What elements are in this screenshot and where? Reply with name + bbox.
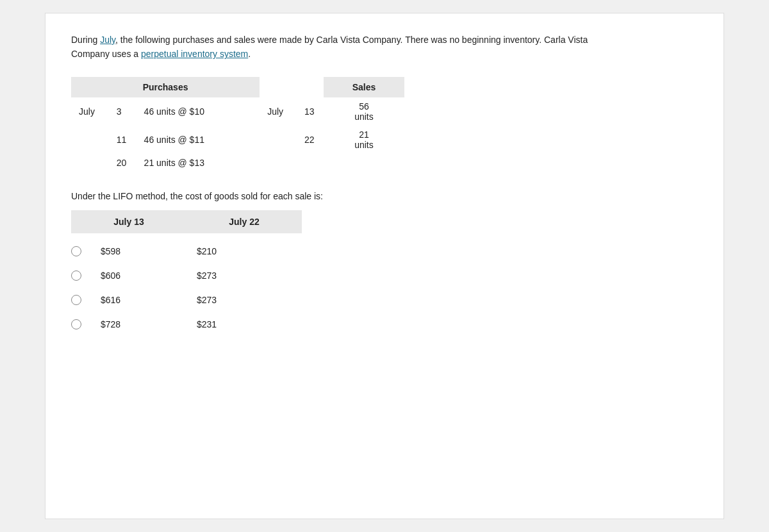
sale-day-2: 22 bbox=[297, 126, 324, 154]
option-values-4: $728 $231 bbox=[94, 319, 248, 329]
purchase-detail-3: 21 units @ $13 bbox=[136, 154, 260, 172]
sale-units-2-label: units bbox=[354, 140, 374, 150]
table-row: 11 46 units @ $11 22 21 units bbox=[71, 126, 404, 154]
sale-units-1: 56 units bbox=[324, 97, 404, 126]
sales-header: Sales bbox=[324, 77, 404, 97]
purchase-month-1: July bbox=[71, 97, 109, 126]
sale-units-2-val: 21 bbox=[359, 129, 369, 140]
sale-units-1-val: 56 bbox=[359, 101, 369, 112]
radio-1[interactable] bbox=[71, 246, 81, 256]
page-container: During July, the following purchases and… bbox=[45, 13, 724, 519]
radio-4[interactable] bbox=[71, 319, 81, 329]
option-3-col1: $616 bbox=[94, 295, 171, 305]
purchase-day-2: 11 bbox=[109, 126, 136, 154]
table-row: July 3 46 units @ $10 July 13 56 units bbox=[71, 97, 404, 126]
lifo-question: Under the LIFO method, the cost of goods… bbox=[71, 191, 698, 201]
sale-month-1: July bbox=[260, 97, 297, 126]
sale-month-3 bbox=[260, 154, 297, 172]
purchase-day-3: 20 bbox=[109, 154, 136, 172]
option-values-2: $606 $273 bbox=[94, 270, 248, 281]
sale-day-3 bbox=[297, 154, 324, 172]
option-row-1: $598 $210 bbox=[71, 246, 698, 256]
sale-units-1-label: units bbox=[354, 112, 374, 122]
option-row-3: $616 $273 bbox=[71, 295, 698, 305]
option-2-col1: $606 bbox=[94, 270, 171, 281]
option-3-col2: $273 bbox=[171, 295, 248, 305]
radio-2[interactable] bbox=[71, 270, 81, 281]
lifo-col2-header: July 22 bbox=[186, 210, 302, 233]
purchase-month-3 bbox=[71, 154, 109, 172]
purchase-detail-2: 46 units @ $11 bbox=[136, 126, 260, 154]
sale-units-2: 21 units bbox=[324, 126, 404, 154]
sale-units-3 bbox=[324, 154, 404, 172]
option-4-col1: $728 bbox=[94, 319, 171, 329]
option-4-col2: $231 bbox=[171, 319, 248, 329]
option-values-3: $616 $273 bbox=[94, 295, 248, 305]
options-container: $598 $210 $606 $273 $616 $273 bbox=[71, 246, 698, 329]
purchase-detail-1: 46 units @ $10 bbox=[136, 97, 260, 126]
option-values-1: $598 $210 bbox=[94, 246, 248, 256]
table-row: 20 21 units @ $13 bbox=[71, 154, 404, 172]
purchase-day-1: 3 bbox=[109, 97, 136, 126]
radio-3[interactable] bbox=[71, 295, 81, 305]
july-highlight: July bbox=[100, 35, 115, 45]
intro-line2: Company uses a bbox=[71, 49, 141, 59]
purchases-header: Purchases bbox=[71, 77, 260, 97]
purchases-sales-table: Purchases Sales July 3 46 units @ $10 Ju… bbox=[71, 77, 404, 172]
option-1-col1: $598 bbox=[94, 246, 171, 256]
lifo-header-table: July 13 July 22 bbox=[71, 210, 302, 233]
sale-day-1: 13 bbox=[297, 97, 324, 126]
intro-text-end: . bbox=[248, 49, 251, 59]
lifo-section: Under the LIFO method, the cost of goods… bbox=[71, 191, 698, 329]
lifo-col1-header: July 13 bbox=[71, 210, 186, 233]
intro-text-part2: , the following purchases and sales were… bbox=[115, 35, 588, 45]
purchase-month-2 bbox=[71, 126, 109, 154]
sale-month-2 bbox=[260, 126, 297, 154]
sales-spacer-header bbox=[260, 77, 324, 97]
option-row-4: $728 $231 bbox=[71, 319, 698, 329]
perpetual-link: perpetual inventory system bbox=[141, 49, 248, 59]
option-2-col2: $273 bbox=[171, 270, 248, 281]
option-row-2: $606 $273 bbox=[71, 270, 698, 281]
option-1-col2: $210 bbox=[171, 246, 248, 256]
intro-paragraph: During July, the following purchases and… bbox=[71, 33, 698, 62]
